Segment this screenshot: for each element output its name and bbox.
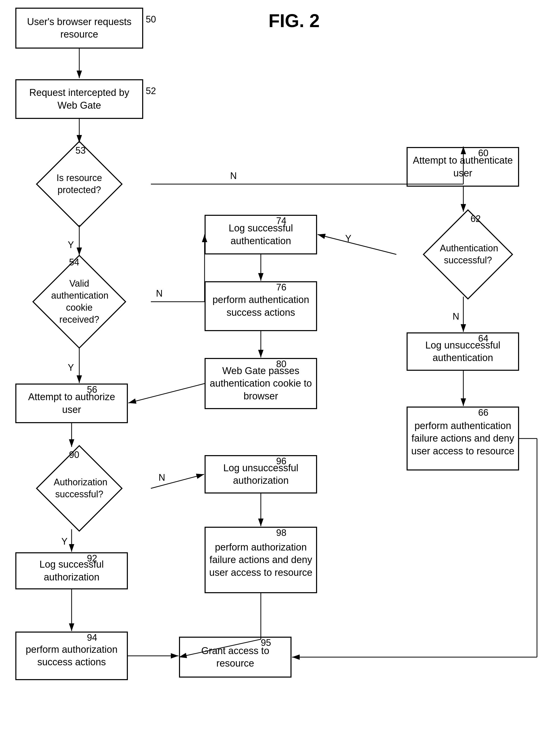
box-60: Attempt to authenticate user (407, 147, 519, 187)
box-96: Log unsuccessful authorization (205, 455, 317, 493)
ref-94: 94 (87, 632, 97, 643)
figure-title: FIG. 2 (268, 10, 320, 31)
svg-text:Y: Y (61, 536, 68, 547)
ref-52: 52 (146, 86, 156, 96)
svg-text:N: N (230, 171, 237, 181)
ref-80: 80 (276, 359, 286, 369)
svg-line-18 (151, 474, 204, 488)
ref-98: 98 (276, 527, 286, 538)
svg-text:N: N (159, 472, 165, 483)
ref-53: 53 (75, 145, 86, 156)
ref-90: 90 (69, 450, 79, 460)
box-66: perform authentication failure actions a… (407, 407, 519, 470)
ref-64: 64 (478, 333, 488, 344)
box-50: User's browser requests resource (15, 8, 143, 49)
ref-54: 54 (69, 257, 79, 268)
box-56: Attempt to authorize user (15, 384, 128, 423)
svg-text:Y: Y (68, 362, 74, 373)
box-74: Log successful authentication (205, 215, 317, 254)
box-64: Log unsuccessful authentication (407, 332, 519, 371)
box-95: Grant access to resource (179, 637, 292, 678)
ref-95: 95 (261, 637, 271, 648)
ref-66: 66 (478, 407, 488, 418)
box-94: perform authorization success actions (15, 632, 128, 680)
ref-92: 92 (87, 553, 97, 564)
diamond-54: Valid authentication cookie received? (8, 256, 151, 348)
box-76: perform authentication success actions (205, 281, 317, 331)
box-92: Log successful authorization (15, 552, 128, 589)
ref-62: 62 (471, 214, 481, 224)
svg-line-32 (128, 384, 205, 403)
ref-76: 76 (276, 282, 286, 293)
svg-text:N: N (453, 311, 459, 322)
ref-96: 96 (276, 456, 286, 467)
ref-50: 50 (146, 14, 156, 25)
ref-74: 74 (276, 216, 286, 226)
box-52: Request intercepted by Web Gate (15, 79, 143, 119)
svg-text:N: N (156, 288, 163, 299)
diamond-62: Authentication successful? (396, 212, 540, 297)
svg-text:Y: Y (345, 233, 351, 244)
box-98: perform authorization failure actions an… (205, 527, 317, 593)
ref-60: 60 (478, 148, 488, 159)
svg-text:Y: Y (68, 240, 74, 250)
box-80: Web Gate passes authentication cookie to… (205, 358, 317, 409)
ref-56: 56 (87, 384, 97, 395)
svg-line-28 (318, 234, 396, 254)
